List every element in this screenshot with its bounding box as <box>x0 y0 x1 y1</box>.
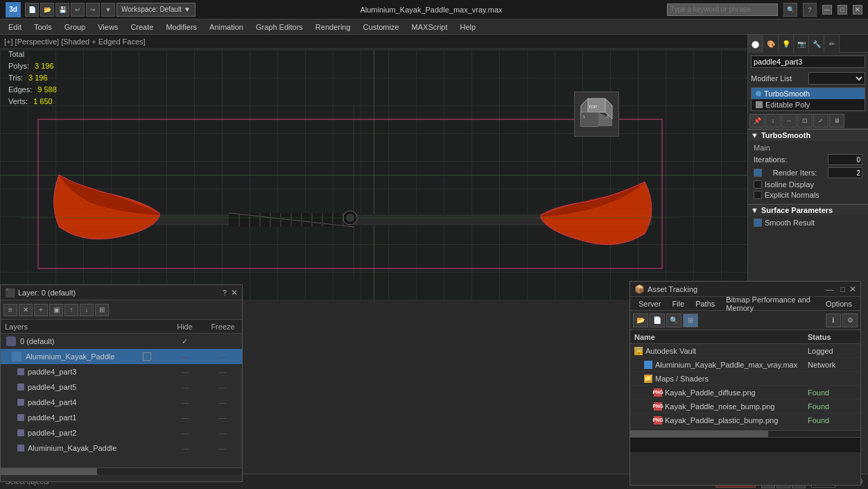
menu-graph-editors[interactable]: Graph Editors <box>250 22 309 33</box>
layer-row-aluminium2[interactable]: Aluminium_Kayak_Paddle — — <box>1 440 242 456</box>
render-iters-checkbox[interactable] <box>754 169 762 177</box>
isoline-checkbox[interactable] <box>754 180 762 189</box>
asset-menubar: Server File Paths Bitmap Performance and… <box>630 297 860 311</box>
object-name-field[interactable] <box>751 55 865 68</box>
layers-btn-add[interactable]: + <box>34 304 48 316</box>
rp-tool-rotate[interactable]: ↔ <box>781 114 797 128</box>
asset-btn-1[interactable]: 📂 <box>633 314 648 327</box>
layer-label-part5: paddle4_part5 <box>26 383 166 391</box>
asset-row-maps[interactable]: 📁 Maps / Shaders <box>630 372 860 386</box>
rp-tool-move[interactable]: ↕ <box>765 114 781 128</box>
new-icon[interactable]: 📄 <box>25 3 39 17</box>
rp-tab-display[interactable]: ⬤ <box>748 35 763 53</box>
rp-tab-3[interactable]: 💡 <box>779 35 794 53</box>
navigation-cube[interactable]: TOP L R <box>574 92 619 137</box>
asset-menu-bitmap[interactable]: Bitmap Performance and Memory <box>720 294 820 314</box>
asset-menu-paths[interactable]: Paths <box>690 298 720 309</box>
search-button[interactable]: 🔍 <box>783 3 797 17</box>
rp-tool-scale[interactable]: ⊡ <box>797 114 813 128</box>
menu-customize[interactable]: Customize <box>358 22 405 33</box>
asset-row-noise[interactable]: PNG Kayak_Paddle_noise_bump.png Found <box>630 400 860 413</box>
render-iters-input[interactable] <box>828 167 862 178</box>
asset-row-diffuse[interactable]: PNG Kayak_Paddle_diffuse.png Found <box>630 386 860 400</box>
asset-btn-3[interactable]: 🔍 <box>666 314 682 327</box>
layer-label-part2: paddle4_part2 <box>26 429 166 437</box>
layers-btn-move-up[interactable]: ↑ <box>64 304 78 316</box>
asset-btn-settings[interactable]: ⚙ <box>842 314 858 327</box>
layer-row-part3[interactable]: paddle4_part3 — — <box>1 364 242 379</box>
modifier-list-dropdown[interactable] <box>808 72 866 85</box>
undo-icon[interactable]: ↩ <box>71 3 85 17</box>
layer-label-aluminium: Aluminium_Kayak_Paddle <box>24 352 128 361</box>
workspace-button[interactable]: Workspace: Default ▼ <box>116 3 196 17</box>
menu-views[interactable]: Views <box>92 22 123 33</box>
options-icon[interactable]: ▼ <box>101 3 115 17</box>
layer-row-aluminium[interactable]: Aluminium_Kayak_Paddle — — <box>1 349 242 364</box>
minimize-button[interactable]: — <box>822 5 832 15</box>
layers-scrollbar[interactable] <box>1 467 242 474</box>
asset-menu-file[interactable]: File <box>666 298 690 309</box>
layers-btn-move-down[interactable]: ↓ <box>80 304 94 316</box>
search-input[interactable] <box>667 3 778 16</box>
menu-group[interactable]: Group <box>59 22 92 33</box>
surface-section-header[interactable]: ▼ Surface Parameters <box>748 204 868 216</box>
save-icon[interactable]: 💾 <box>55 3 69 17</box>
asset-btn-info[interactable]: ℹ <box>826 314 841 327</box>
layers-btn-delete[interactable]: ✕ <box>19 304 33 316</box>
rp-tool-render[interactable]: 🖥 <box>829 114 844 128</box>
menu-tools[interactable]: Tools <box>28 22 58 33</box>
layer-row-part2[interactable]: paddle4_part2 — — <box>1 425 242 440</box>
layers-btn-expand[interactable]: ⊞ <box>95 304 109 316</box>
explicit-checkbox[interactable] <box>754 191 762 199</box>
help-icon[interactable]: ? <box>803 3 817 17</box>
asset-minimize-button[interactable]: — <box>823 285 836 293</box>
modifier-item-editable-poly[interactable]: Editable Poly <box>752 99 865 110</box>
rp-tool-pin[interactable]: 📌 <box>749 114 765 128</box>
close-button[interactable]: ✕ <box>853 5 862 15</box>
open-icon[interactable]: 📂 <box>40 3 54 17</box>
layers-btn-layers[interactable]: ≡ <box>3 304 17 316</box>
asset-btn-2[interactable]: 📄 <box>650 314 665 327</box>
redo-icon[interactable]: ↪ <box>86 3 100 17</box>
asset-menu-options[interactable]: Options <box>820 298 858 309</box>
asset-maximize-button[interactable]: □ <box>837 285 848 293</box>
layers-col-name: Layers <box>1 323 166 331</box>
layer-row-part5[interactable]: paddle4_part5 — — <box>1 379 242 395</box>
smooth-checkbox[interactable] <box>754 218 762 227</box>
asset-btn-4[interactable]: ⊞ <box>683 314 698 327</box>
viewport[interactable]: TOP L R <box>0 50 747 300</box>
asset-row-vault[interactable]: 🔒 Autodesk Vault Logged <box>630 344 860 358</box>
layers-header: Layers Hide Freeze <box>1 320 242 334</box>
rp-tool-apply[interactable]: ✓ <box>813 114 828 128</box>
modifier-item-turbosmooth[interactable]: TurboSmooth <box>752 88 865 99</box>
asset-path-input[interactable] <box>633 440 858 451</box>
layer-row-part1[interactable]: paddle4_part1 — — <box>1 410 242 425</box>
layer-row-part4[interactable]: paddle4_part4 — — <box>1 395 242 410</box>
menu-rendering[interactable]: Rendering <box>310 22 356 33</box>
menu-animation[interactable]: Animation <box>204 22 249 33</box>
maximize-button[interactable]: □ <box>837 5 847 15</box>
menu-maxscript[interactable]: MAXScript <box>406 22 453 33</box>
iterations-input[interactable] <box>828 154 862 165</box>
menu-help[interactable]: Help <box>455 22 482 33</box>
rp-tab-2[interactable]: 🎨 <box>763 35 779 53</box>
menu-create[interactable]: Create <box>125 22 159 33</box>
asset-row-maxfile[interactable]: Aluminium_Kayak_Paddle_max_vray.max Netw… <box>630 358 860 372</box>
layer-row-default[interactable]: 0 (default) ✓ <box>1 334 242 349</box>
verts-label: Verts: <box>8 96 28 108</box>
turbosmooth-section-header[interactable]: ▼ TurboSmooth <box>748 129 868 141</box>
asset-menu-server[interactable]: Server <box>633 298 666 309</box>
asset-row-plastic[interactable]: PNG Kayak_Paddle_plastic_bump.png Found <box>630 413 860 427</box>
rp-tab-4[interactable]: 📷 <box>794 35 809 53</box>
layers-close-button[interactable]: ✕ <box>231 288 238 298</box>
layers-help-icon[interactable]: ? <box>220 289 229 297</box>
rp-tab-5[interactable]: 🔧 <box>809 35 824 53</box>
asset-close-button[interactable]: ✕ <box>849 284 856 294</box>
rp-tab-6[interactable]: ✏ <box>824 35 840 53</box>
layer-freeze-aluminium: — <box>204 352 242 361</box>
menu-modifiers[interactable]: Modifiers <box>160 22 202 33</box>
menu-edit[interactable]: Edit <box>3 22 27 33</box>
asset-scrollbar[interactable] <box>630 430 860 437</box>
asset-name-noise: PNG Kayak_Paddle_noise_bump.png <box>650 402 805 411</box>
layers-btn-select[interactable]: ▣ <box>49 304 63 316</box>
